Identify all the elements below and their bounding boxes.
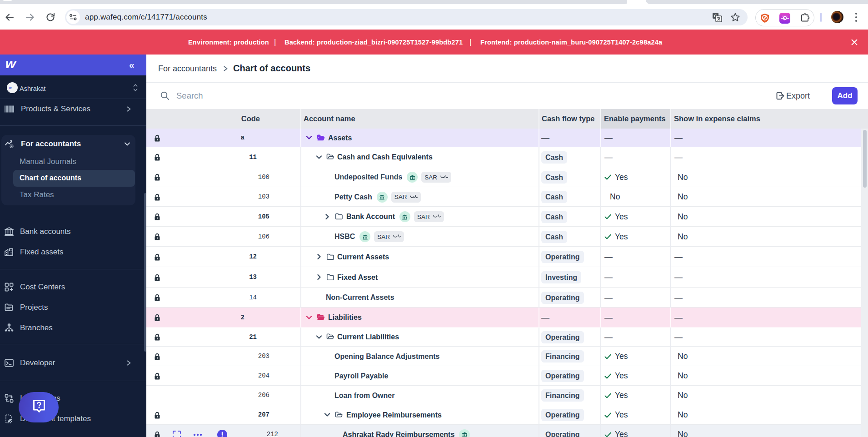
svg-text:w: w <box>9 86 12 89</box>
